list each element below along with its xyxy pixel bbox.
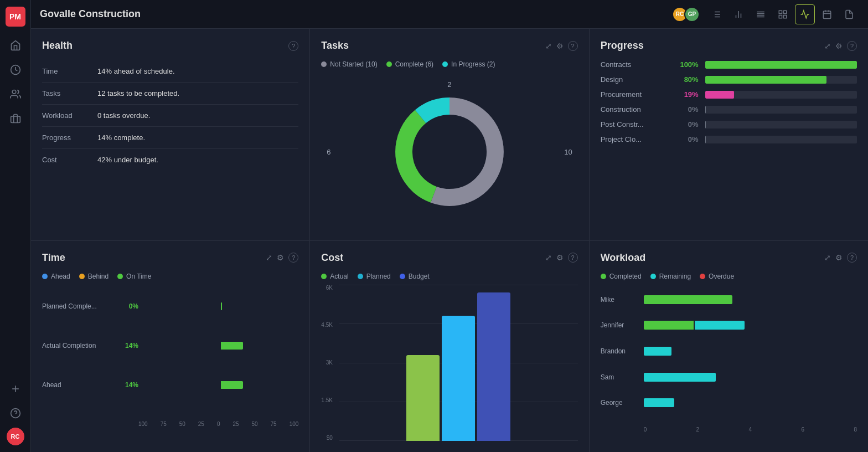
cost-panel: Cost ⤢ ⚙ ? Actual Planned: [310, 241, 588, 453]
legend-label-budget: Budget: [409, 273, 430, 280]
workload-help-icon[interactable]: ?: [847, 253, 857, 263]
progress-bar-bg-contracts: [705, 61, 857, 69]
legend-label-overdue: Overdue: [709, 273, 734, 280]
tasks-gear-icon[interactable]: ⚙: [556, 42, 564, 50]
legend-behind: Behind: [79, 273, 108, 280]
donut-label-right: 10: [564, 148, 572, 156]
progress-bar-post-construction: [705, 121, 706, 129]
workload-name-mike: Mike: [601, 296, 639, 304]
progress-bar-construction: [705, 106, 706, 114]
health-title: Health: [42, 40, 288, 52]
workload-x-axis: 0 2 4 6 8: [644, 424, 857, 433]
toolbar-grid-icon[interactable]: [773, 4, 793, 24]
legend-dot-completed: [601, 274, 606, 279]
sidebar-user-avatar[interactable]: RC: [7, 428, 24, 445]
workload-bars-jennifer: [644, 321, 857, 330]
progress-bar-procurement: [705, 91, 734, 99]
dashboard-grid: Health ? Time 14% ahead of schedule. Tas…: [31, 29, 868, 452]
legend-dot-remaining: [650, 274, 656, 279]
toolbar-activity-icon[interactable]: [795, 4, 815, 24]
avatar-gp[interactable]: GP: [684, 7, 700, 22]
donut-chart: [389, 91, 510, 213]
tasks-help-icon[interactable]: ?: [568, 41, 578, 51]
health-label-tasks: Tasks: [42, 89, 97, 97]
tasks-expand-icon[interactable]: ⤢: [545, 42, 552, 50]
health-label-workload: Workload: [42, 111, 97, 120]
time-axis-75-right: 75: [271, 421, 277, 427]
time-value-ahead: 14%: [118, 381, 138, 389]
time-chart-area: Planned Comple... 0% Actual Completion 1…: [42, 287, 298, 441]
workload-gear-icon[interactable]: ⚙: [835, 253, 843, 262]
time-panel-header: Time ⤢ ⚙ ?: [42, 252, 298, 264]
svg-rect-21: [784, 11, 787, 13]
toolbar-list-icon[interactable]: [706, 4, 726, 24]
workload-chart-area: Mike Jennifer: [601, 287, 857, 441]
workload-title: Workload: [601, 252, 824, 264]
cost-y-3k: 3K: [321, 359, 333, 366]
cost-y-4k5: 4.5K: [321, 322, 333, 328]
sidebar-help-icon[interactable]: [6, 403, 25, 423]
cost-gear-icon[interactable]: ⚙: [556, 253, 564, 262]
progress-label-construction: Construction: [601, 105, 667, 114]
workload-expand-icon[interactable]: ⤢: [824, 253, 831, 262]
sidebar-item-users[interactable]: [6, 84, 25, 104]
legend-dot-actual: [321, 274, 327, 279]
toolbar-calendar-icon[interactable]: [817, 4, 837, 24]
health-help-icon[interactable]: ?: [288, 41, 298, 51]
workload-bar-jennifer-completed: [644, 321, 694, 330]
sidebar-add-button[interactable]: [6, 379, 25, 399]
workload-name-sam: Sam: [601, 373, 639, 381]
workload-bar-mike-completed: [644, 295, 732, 304]
cost-expand-icon[interactable]: ⤢: [545, 253, 552, 262]
legend-dot-behind: [79, 274, 85, 279]
toolbar-align-icon[interactable]: [751, 4, 771, 24]
app-logo[interactable]: PM: [6, 7, 25, 27]
health-panel-actions: ?: [288, 41, 298, 51]
time-value-actual: 14%: [118, 342, 138, 350]
legend-dot-not-started: [321, 61, 327, 67]
workload-row-jennifer: Jennifer: [601, 321, 857, 330]
sidebar-item-home[interactable]: [6, 35, 25, 55]
project-avatars: RC GP: [672, 7, 700, 22]
time-gear-icon[interactable]: ⚙: [277, 253, 284, 262]
legend-remaining: Remaining: [650, 273, 691, 280]
progress-help-icon[interactable]: ?: [847, 41, 857, 51]
legend-label-completed: Completed: [609, 273, 642, 280]
progress-bar-contracts: [705, 61, 857, 69]
progress-label-procurement: Procurement: [601, 90, 667, 99]
legend-dot-in-progress: [442, 61, 448, 67]
time-expand-icon[interactable]: ⤢: [266, 253, 272, 262]
time-label-planned: Planned Comple...: [42, 302, 114, 310]
progress-gear-icon[interactable]: ⚙: [835, 42, 843, 50]
progress-bar-bg-post-construction: [705, 121, 857, 129]
sidebar-item-clock[interactable]: [6, 60, 25, 80]
toolbar-file-icon[interactable]: [839, 4, 859, 24]
progress-expand-icon[interactable]: ⤢: [824, 42, 831, 50]
toolbar-bar-chart-icon[interactable]: [728, 4, 748, 24]
tasks-title: Tasks: [321, 40, 545, 52]
cost-bar-budget: [477, 292, 510, 441]
time-bar-fill-actual: [221, 342, 243, 350]
cost-bars-container: [339, 285, 578, 441]
progress-row-contracts: Contracts 100%: [601, 60, 857, 69]
progress-rows: Contracts 100% Design 80%: [601, 60, 857, 143]
workload-bars-mike: [644, 295, 857, 304]
cost-y-1k5: 1.5K: [321, 397, 333, 403]
legend-label-in-progress: In Progress (2): [451, 60, 495, 68]
workload-bars-george: [644, 398, 857, 407]
health-label-cost: Cost: [42, 156, 97, 164]
time-label-actual: Actual Completion: [42, 342, 114, 350]
workload-name-jennifer: Jennifer: [601, 321, 639, 329]
workload-name-brandon: Brandon: [601, 347, 639, 355]
donut-container: 2 6 10: [321, 75, 577, 229]
time-help-icon[interactable]: ?: [288, 253, 298, 263]
progress-pct-contracts: 100%: [674, 60, 699, 69]
time-axis-100-left: 100: [138, 421, 148, 427]
cost-panel-header: Cost ⤢ ⚙ ?: [321, 252, 577, 264]
workload-axis-0: 0: [644, 427, 647, 433]
cost-help-icon[interactable]: ?: [568, 253, 578, 263]
time-panel: Time ⤢ ⚙ ? Ahead Behind: [31, 241, 309, 453]
progress-label-design: Design: [601, 75, 667, 84]
legend-completed: Completed: [601, 273, 642, 280]
sidebar-item-briefcase[interactable]: [6, 109, 25, 129]
